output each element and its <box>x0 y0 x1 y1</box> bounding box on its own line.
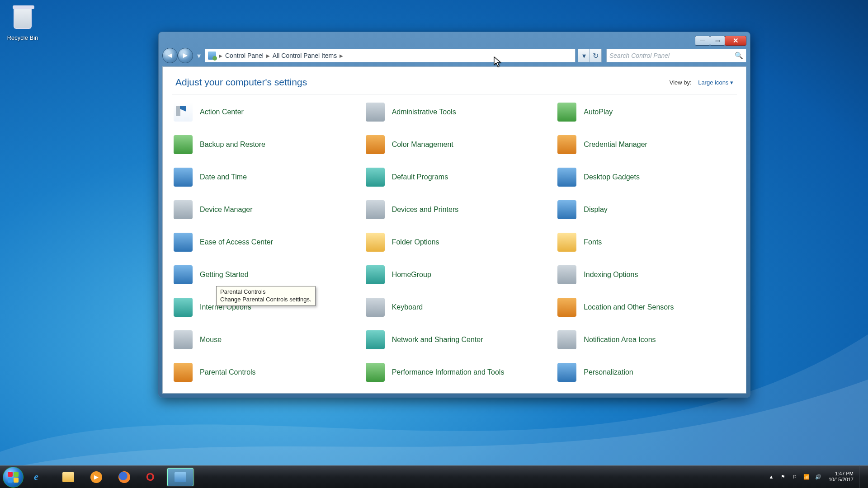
cp-item-getting-started[interactable]: Getting Started <box>171 263 359 286</box>
cp-item-label: Action Center <box>200 108 244 116</box>
cp-item-administrative-tools[interactable]: Administrative Tools <box>363 101 551 123</box>
clock-date: 10/15/2017 <box>829 477 854 483</box>
forward-button[interactable]: ► <box>178 48 193 63</box>
cp-item-desktop-gadgets[interactable]: Desktop Gadgets <box>555 166 742 188</box>
cp-item-label: Internet Options <box>200 303 251 311</box>
keyboard-icon <box>366 298 385 317</box>
cp-item-location-and-other-sensors[interactable]: Location and Other Sensors <box>555 296 742 319</box>
cp-item-label: Performance Information and Tools <box>392 368 505 376</box>
cp-item-default-programs[interactable]: Default Programs <box>363 166 551 188</box>
cp-item-autoplay[interactable]: AutoPlay <box>555 101 742 123</box>
cp-item-homegroup[interactable]: HomeGroup <box>363 263 551 286</box>
cp-item-keyboard[interactable]: Keyboard <box>363 296 551 319</box>
cp-item-label: Fonts <box>584 238 602 246</box>
cp-item-fonts[interactable]: Fonts <box>555 231 742 253</box>
search-icon[interactable]: 🔍 <box>735 52 743 60</box>
notify-icon <box>557 330 576 349</box>
taskbar-firefox[interactable] <box>111 468 137 486</box>
cp-item-label: Keyboard <box>392 303 423 311</box>
cp-item-mouse[interactable]: Mouse <box>171 328 359 351</box>
cp-item-label: Credential Manager <box>584 141 647 149</box>
cp-item-ease-of-access-center[interactable]: Ease of Access Center <box>171 231 359 253</box>
control-panel-window: — ▭ ✕ ◄ ► ▾ ▶ Control Panel ▶ All Contro… <box>158 32 750 398</box>
cp-item-internet-options[interactable]: Internet Options <box>171 296 359 319</box>
internet-icon <box>174 298 193 317</box>
chevron-icon: ▶ <box>219 53 222 58</box>
cp-item-network-and-sharing-center[interactable]: Network and Sharing Center <box>363 328 551 351</box>
cp-item-color-management[interactable]: Color Management <box>363 133 551 156</box>
autoplay-icon <box>557 103 576 122</box>
fonts-icon <box>557 233 576 252</box>
search-box[interactable]: 🔍 <box>606 49 746 62</box>
action-center-icon[interactable]: ⚐ <box>791 473 799 481</box>
view-by-dropdown[interactable]: Large icons ▾ <box>698 79 733 86</box>
cp-item-label: Device Manager <box>200 206 253 214</box>
maximize-button[interactable]: ▭ <box>710 36 725 46</box>
cp-item-personalization[interactable]: Personalization <box>555 361 742 384</box>
cp-item-label: Network and Sharing Center <box>392 336 483 344</box>
cp-item-notification-area-icons[interactable]: Notification Area Icons <box>555 328 742 351</box>
cp-item-label: Personalization <box>584 368 633 376</box>
taskbar-control-panel[interactable] <box>167 468 193 486</box>
taskbar-media-player[interactable]: ▶ <box>83 468 109 486</box>
cp-item-label: Display <box>584 206 607 214</box>
history-dropdown[interactable]: ▾ <box>196 48 202 63</box>
cp-item-folder-options[interactable]: Folder Options <box>363 231 551 253</box>
personalize-icon <box>557 363 576 382</box>
cp-item-performance-information-and-tools[interactable]: Performance Information and Tools <box>363 361 551 384</box>
address-bar[interactable]: ▶ Control Panel ▶ All Control Panel Item… <box>205 49 576 62</box>
start-button[interactable] <box>3 467 24 488</box>
window-titlebar[interactable]: — ▭ ✕ <box>162 36 746 47</box>
address-dropdown-button[interactable]: ▾ <box>578 49 590 62</box>
refresh-button[interactable]: ↻ <box>590 49 602 62</box>
display-icon <box>557 200 576 219</box>
ease-icon <box>174 233 193 252</box>
taskbar-opera[interactable]: O <box>139 468 165 486</box>
recycle-bin-icon <box>13 9 33 33</box>
printers-icon <box>366 200 385 219</box>
cp-item-indexing-options[interactable]: Indexing Options <box>555 263 742 286</box>
breadcrumb-current[interactable]: All Control Panel Items <box>273 52 337 59</box>
action-flag-icon[interactable]: ⚑ <box>779 473 787 481</box>
show-desktop-button[interactable] <box>859 465 863 488</box>
backup-icon <box>174 135 193 154</box>
minimize-button[interactable]: — <box>695 36 710 46</box>
breadcrumb-root[interactable]: Control Panel <box>225 52 264 59</box>
cp-item-label: Administrative Tools <box>392 108 456 116</box>
show-hidden-icons[interactable]: ▲ <box>767 473 775 481</box>
system-tray: ▲ ⚑ ⚐ 📶 🔊 1:47 PM 10/15/2017 <box>765 465 863 488</box>
cp-item-device-manager[interactable]: Device Manager <box>171 198 359 221</box>
window-content: Adjust your computer's settings View by:… <box>162 66 746 394</box>
items-scroll-area[interactable]: Action CenterAdministrative ToolsAutoPla… <box>163 94 746 393</box>
cp-item-devices-and-printers[interactable]: Devices and Printers <box>363 198 551 221</box>
chevron-icon: ▶ <box>340 53 343 58</box>
search-input[interactable] <box>609 52 735 59</box>
cp-item-action-center[interactable]: Action Center <box>171 101 359 123</box>
cp-item-label: HomeGroup <box>392 271 431 279</box>
close-button[interactable]: ✕ <box>725 36 746 46</box>
recycle-bin[interactable]: Recycle Bin <box>5 5 41 41</box>
cp-item-date-and-time[interactable]: Date and Time <box>171 166 359 188</box>
windows-logo-icon <box>8 472 19 483</box>
cp-item-backup-and-restore[interactable]: Backup and Restore <box>171 133 359 156</box>
cp-item-label: Mouse <box>200 336 222 344</box>
back-button[interactable]: ◄ <box>162 48 178 63</box>
taskbar-internet-explorer[interactable]: e <box>27 468 53 486</box>
cp-item-label: Getting Started <box>200 271 249 279</box>
cp-item-label: Default Programs <box>392 173 448 181</box>
mouse-icon <box>174 330 193 349</box>
network-icon <box>366 330 385 349</box>
cp-item-credential-manager[interactable]: Credential Manager <box>555 133 742 156</box>
cp-item-parental-controls[interactable]: Parental Controls <box>171 361 359 384</box>
color-icon <box>366 135 385 154</box>
cp-item-label: Notification Area Icons <box>584 336 656 344</box>
cp-item-label: AutoPlay <box>584 108 613 116</box>
clock[interactable]: 1:47 PM 10/15/2017 <box>829 471 854 483</box>
cp-item-display[interactable]: Display <box>555 198 742 221</box>
view-by: View by: Large icons ▾ <box>670 79 733 86</box>
volume-icon[interactable]: 🔊 <box>814 473 822 481</box>
taskbar-file-explorer[interactable] <box>55 468 81 486</box>
clock-time: 1:47 PM <box>829 471 854 477</box>
network-icon[interactable]: 📶 <box>802 473 811 481</box>
folder-icon <box>366 233 385 252</box>
